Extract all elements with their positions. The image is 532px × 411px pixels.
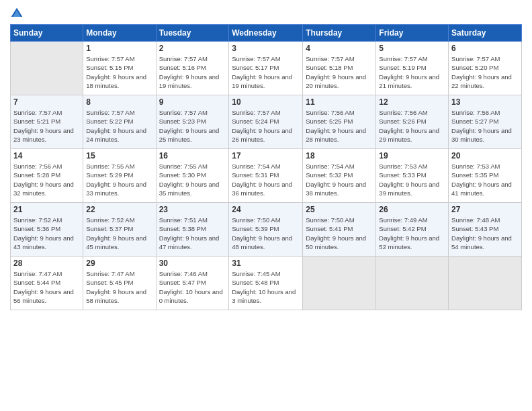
calendar-cell: 15 Sunrise: 7:55 AM Sunset: 5:29 PM Dayl… bbox=[83, 149, 156, 203]
weekday-header-tuesday: Tuesday bbox=[156, 25, 229, 42]
calendar-cell: 9 Sunrise: 7:57 AM Sunset: 5:23 PM Dayli… bbox=[156, 95, 229, 149]
calendar-cell bbox=[376, 257, 449, 310]
day-number: 26 bbox=[379, 205, 445, 214]
day-number: 4 bbox=[306, 44, 373, 53]
day-info: Sunrise: 7:57 AM Sunset: 5:19 PM Dayligh… bbox=[379, 54, 445, 90]
calendar-cell: 12 Sunrise: 7:56 AM Sunset: 5:26 PM Dayl… bbox=[376, 95, 449, 149]
calendar-cell: 1 Sunrise: 7:57 AM Sunset: 5:15 PM Dayli… bbox=[83, 42, 156, 95]
week-row-5: 28 Sunrise: 7:47 AM Sunset: 5:44 PM Dayl… bbox=[11, 257, 522, 310]
day-number: 31 bbox=[232, 259, 300, 268]
day-number: 14 bbox=[13, 151, 80, 161]
calendar-cell bbox=[303, 257, 376, 310]
calendar-body: 1 Sunrise: 7:57 AM Sunset: 5:15 PM Dayli… bbox=[11, 42, 522, 310]
calendar-cell: 16 Sunrise: 7:55 AM Sunset: 5:30 PM Dayl… bbox=[156, 149, 229, 203]
day-number: 6 bbox=[451, 44, 519, 53]
calendar-cell: 18 Sunrise: 7:54 AM Sunset: 5:32 PM Dayl… bbox=[303, 149, 376, 203]
day-info: Sunrise: 7:49 AM Sunset: 5:42 PM Dayligh… bbox=[379, 216, 445, 251]
day-number: 17 bbox=[232, 151, 300, 161]
week-row-3: 14 Sunrise: 7:56 AM Sunset: 5:28 PM Dayl… bbox=[11, 149, 522, 203]
calendar-cell: 8 Sunrise: 7:57 AM Sunset: 5:22 PM Dayli… bbox=[83, 95, 156, 149]
calendar-cell: 19 Sunrise: 7:53 AM Sunset: 5:33 PM Dayl… bbox=[376, 149, 449, 203]
calendar-cell bbox=[449, 257, 522, 310]
day-info: Sunrise: 7:56 AM Sunset: 5:26 PM Dayligh… bbox=[379, 108, 445, 144]
day-number: 10 bbox=[232, 97, 300, 107]
calendar-cell: 23 Sunrise: 7:51 AM Sunset: 5:38 PM Dayl… bbox=[156, 203, 229, 257]
calendar-cell: 20 Sunrise: 7:53 AM Sunset: 5:35 PM Dayl… bbox=[449, 149, 522, 203]
day-number: 1 bbox=[86, 44, 152, 53]
day-info: Sunrise: 7:52 AM Sunset: 5:36 PM Dayligh… bbox=[13, 216, 80, 251]
header bbox=[10, 7, 522, 20]
week-row-4: 21 Sunrise: 7:52 AM Sunset: 5:36 PM Dayl… bbox=[11, 203, 522, 257]
day-info: Sunrise: 7:57 AM Sunset: 5:15 PM Dayligh… bbox=[86, 54, 152, 90]
calendar-cell: 2 Sunrise: 7:57 AM Sunset: 5:16 PM Dayli… bbox=[156, 42, 229, 95]
day-info: Sunrise: 7:56 AM Sunset: 5:28 PM Dayligh… bbox=[13, 162, 80, 197]
calendar-cell: 11 Sunrise: 7:56 AM Sunset: 5:25 PM Dayl… bbox=[303, 95, 376, 149]
day-info: Sunrise: 7:57 AM Sunset: 5:21 PM Dayligh… bbox=[13, 108, 80, 144]
calendar-cell: 7 Sunrise: 7:57 AM Sunset: 5:21 PM Dayli… bbox=[11, 95, 83, 149]
day-info: Sunrise: 7:57 AM Sunset: 5:17 PM Dayligh… bbox=[232, 54, 300, 90]
calendar-cell: 24 Sunrise: 7:50 AM Sunset: 5:39 PM Dayl… bbox=[229, 203, 303, 257]
calendar-cell: 4 Sunrise: 7:57 AM Sunset: 5:18 PM Dayli… bbox=[303, 42, 376, 95]
day-number: 13 bbox=[451, 97, 519, 107]
calendar-cell: 30 Sunrise: 7:46 AM Sunset: 5:47 PM Dayl… bbox=[156, 257, 229, 310]
day-number: 29 bbox=[86, 259, 152, 268]
day-info: Sunrise: 7:56 AM Sunset: 5:27 PM Dayligh… bbox=[451, 108, 519, 144]
day-info: Sunrise: 7:47 AM Sunset: 5:44 PM Dayligh… bbox=[13, 269, 80, 305]
day-number: 19 bbox=[379, 151, 445, 161]
day-number: 23 bbox=[159, 205, 226, 214]
day-number: 22 bbox=[86, 205, 152, 214]
day-info: Sunrise: 7:53 AM Sunset: 5:35 PM Dayligh… bbox=[451, 162, 519, 197]
week-row-2: 7 Sunrise: 7:57 AM Sunset: 5:21 PM Dayli… bbox=[11, 95, 522, 149]
day-number: 18 bbox=[306, 151, 373, 161]
day-info: Sunrise: 7:57 AM Sunset: 5:22 PM Dayligh… bbox=[86, 108, 152, 144]
calendar-cell: 3 Sunrise: 7:57 AM Sunset: 5:17 PM Dayli… bbox=[229, 42, 303, 95]
day-info: Sunrise: 7:55 AM Sunset: 5:29 PM Dayligh… bbox=[86, 162, 152, 197]
calendar-cell: 5 Sunrise: 7:57 AM Sunset: 5:19 PM Dayli… bbox=[376, 42, 449, 95]
day-info: Sunrise: 7:52 AM Sunset: 5:37 PM Dayligh… bbox=[86, 216, 152, 251]
day-number: 12 bbox=[379, 97, 445, 107]
day-info: Sunrise: 7:57 AM Sunset: 5:20 PM Dayligh… bbox=[451, 54, 519, 90]
day-number: 11 bbox=[306, 97, 373, 107]
day-number: 2 bbox=[159, 44, 226, 53]
week-row-1: 1 Sunrise: 7:57 AM Sunset: 5:15 PM Dayli… bbox=[11, 42, 522, 95]
calendar-cell: 22 Sunrise: 7:52 AM Sunset: 5:37 PM Dayl… bbox=[83, 203, 156, 257]
weekday-header-thursday: Thursday bbox=[303, 25, 376, 42]
day-info: Sunrise: 7:45 AM Sunset: 5:48 PM Dayligh… bbox=[232, 269, 300, 305]
calendar-container: SundayMondayTuesdayWednesdayThursdayFrid… bbox=[0, 0, 532, 317]
weekday-header-friday: Friday bbox=[376, 25, 449, 42]
day-number: 7 bbox=[13, 97, 80, 107]
day-info: Sunrise: 7:54 AM Sunset: 5:31 PM Dayligh… bbox=[232, 162, 300, 197]
calendar-cell: 13 Sunrise: 7:56 AM Sunset: 5:27 PM Dayl… bbox=[449, 95, 522, 149]
logo-icon bbox=[10, 7, 24, 20]
day-number: 30 bbox=[159, 259, 226, 268]
calendar-cell: 17 Sunrise: 7:54 AM Sunset: 5:31 PM Dayl… bbox=[229, 149, 303, 203]
day-number: 20 bbox=[451, 151, 519, 161]
day-number: 3 bbox=[232, 44, 300, 53]
day-info: Sunrise: 7:53 AM Sunset: 5:33 PM Dayligh… bbox=[379, 162, 445, 197]
day-info: Sunrise: 7:56 AM Sunset: 5:25 PM Dayligh… bbox=[306, 108, 373, 144]
day-number: 9 bbox=[159, 97, 226, 107]
day-info: Sunrise: 7:57 AM Sunset: 5:16 PM Dayligh… bbox=[159, 54, 226, 90]
weekday-header-saturday: Saturday bbox=[449, 25, 522, 42]
day-info: Sunrise: 7:55 AM Sunset: 5:30 PM Dayligh… bbox=[159, 162, 226, 197]
day-number: 24 bbox=[232, 205, 300, 214]
day-info: Sunrise: 7:50 AM Sunset: 5:39 PM Dayligh… bbox=[232, 216, 300, 251]
day-info: Sunrise: 7:57 AM Sunset: 5:18 PM Dayligh… bbox=[306, 54, 373, 90]
day-info: Sunrise: 7:57 AM Sunset: 5:24 PM Dayligh… bbox=[232, 108, 300, 144]
day-info: Sunrise: 7:46 AM Sunset: 5:47 PM Dayligh… bbox=[159, 269, 226, 305]
day-number: 28 bbox=[13, 259, 80, 268]
weekday-header-wednesday: Wednesday bbox=[229, 25, 303, 42]
day-info: Sunrise: 7:48 AM Sunset: 5:43 PM Dayligh… bbox=[451, 216, 519, 251]
calendar-cell: 10 Sunrise: 7:57 AM Sunset: 5:24 PM Dayl… bbox=[229, 95, 303, 149]
weekday-header-sunday: Sunday bbox=[11, 25, 83, 42]
calendar-cell: 27 Sunrise: 7:48 AM Sunset: 5:43 PM Dayl… bbox=[449, 203, 522, 257]
day-info: Sunrise: 7:50 AM Sunset: 5:41 PM Dayligh… bbox=[306, 216, 373, 251]
calendar-header: SundayMondayTuesdayWednesdayThursdayFrid… bbox=[11, 25, 522, 42]
calendar-cell: 6 Sunrise: 7:57 AM Sunset: 5:20 PM Dayli… bbox=[449, 42, 522, 95]
day-info: Sunrise: 7:51 AM Sunset: 5:38 PM Dayligh… bbox=[159, 216, 226, 251]
calendar-cell: 26 Sunrise: 7:49 AM Sunset: 5:42 PM Dayl… bbox=[376, 203, 449, 257]
calendar-table: SundayMondayTuesdayWednesdayThursdayFrid… bbox=[10, 24, 522, 310]
calendar-cell: 28 Sunrise: 7:47 AM Sunset: 5:44 PM Dayl… bbox=[11, 257, 83, 310]
weekday-header-monday: Monday bbox=[83, 25, 156, 42]
day-number: 5 bbox=[379, 44, 445, 53]
